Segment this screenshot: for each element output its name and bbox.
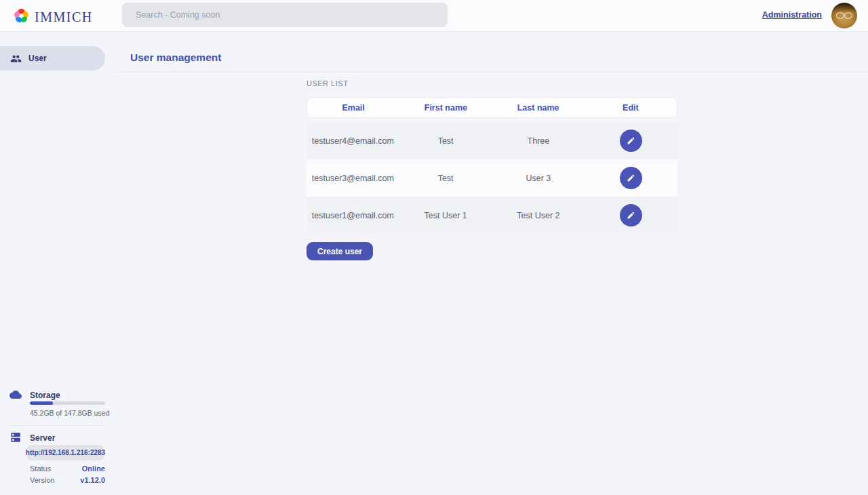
table-row: testuser1@email.com Test User 1 Test Use…: [307, 197, 677, 234]
server-title: Server: [30, 433, 55, 443]
column-header-first-name: First name: [399, 103, 492, 113]
cell-email: testuser1@email.com: [307, 211, 399, 220]
cell-first-name: Test: [399, 136, 492, 146]
status-value: Online: [82, 464, 105, 473]
cloud-icon: [9, 389, 22, 403]
logo-wordmark: IMMICH: [35, 9, 93, 25]
user-table-header: Email First name Last name Edit: [307, 97, 677, 118]
server-icon: [9, 431, 22, 446]
cell-last-name: User 3: [492, 174, 585, 183]
topbar: IMMICH Administration: [0, 0, 868, 32]
sidebar-divider: [10, 425, 105, 426]
table-row: testuser4@email.com Test Three: [307, 122, 677, 159]
pencil-icon: [627, 136, 635, 145]
cell-email: testuser3@email.com: [307, 174, 399, 183]
column-header-last-name: Last name: [492, 103, 585, 113]
user-list-label: USER LIST: [307, 79, 348, 87]
server-status-row: Status Online: [30, 464, 105, 473]
page-divider: [115, 72, 868, 73]
administration-link[interactable]: Administration: [762, 10, 822, 20]
storage-title: Storage: [30, 391, 60, 400]
edit-user-button[interactable]: [620, 130, 642, 152]
storage-progress-fill: [30, 401, 53, 405]
cell-first-name: Test: [399, 174, 492, 183]
page-title: User management: [130, 52, 221, 64]
edit-user-button[interactable]: [620, 204, 642, 226]
search-input[interactable]: [122, 3, 448, 27]
server-url-badge: http://192.168.1.216:2283: [27, 445, 104, 460]
column-header-email: Email: [307, 103, 399, 113]
cell-last-name: Test User 2: [492, 211, 585, 220]
create-user-button[interactable]: Create user: [307, 242, 373, 260]
user-group-icon: [10, 53, 22, 64]
edit-user-button[interactable]: [620, 167, 642, 189]
version-label: Version: [30, 476, 55, 484]
pencil-icon: [627, 211, 635, 220]
storage-progress-bar: [30, 401, 105, 405]
user-avatar[interactable]: [831, 3, 857, 28]
immich-flower-icon: [12, 7, 31, 28]
immich-admin-app: IMMICH Administration User User manageme…: [0, 0, 868, 495]
table-row: testuser3@email.com Test User 3: [307, 159, 677, 197]
sidebar-item-user[interactable]: User: [0, 46, 105, 71]
sidebar-item-label: User: [28, 54, 47, 63]
cell-first-name: Test User 1: [399, 211, 492, 220]
cell-last-name: Three: [492, 136, 585, 146]
status-label: Status: [30, 464, 51, 473]
server-version-row: Version v1.12.0: [30, 476, 105, 484]
cell-email: testuser4@email.com: [307, 136, 399, 146]
storage-used-label: 45.2GB of 147.8GB used: [30, 409, 109, 417]
version-value: v1.12.0: [80, 476, 105, 484]
column-header-edit: Edit: [585, 103, 677, 113]
pencil-icon: [627, 174, 635, 182]
immich-logo[interactable]: IMMICH: [12, 7, 93, 28]
user-table-body: testuser4@email.com Test Three testuser3…: [307, 122, 677, 234]
